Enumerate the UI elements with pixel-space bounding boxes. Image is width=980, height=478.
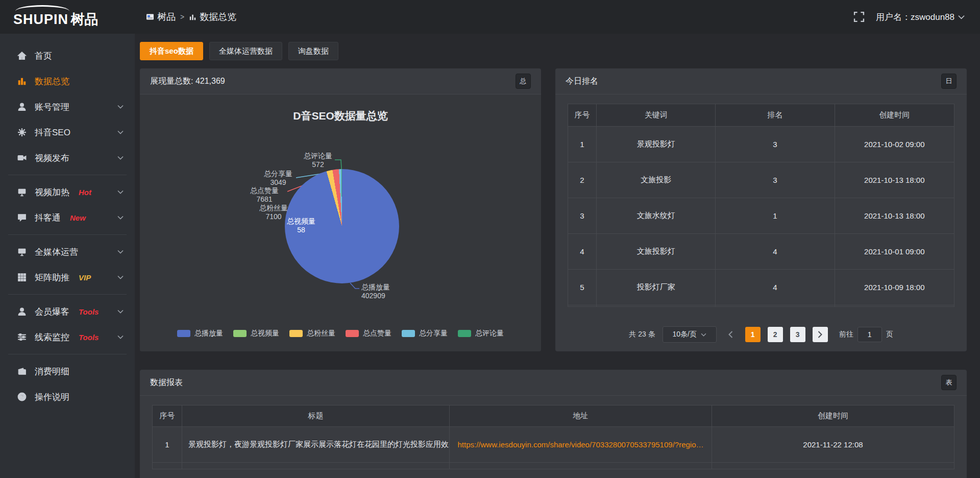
page-button-2[interactable]: 2 <box>768 327 783 342</box>
tab-douyin-seo-data[interactable]: 抖音seo数据 <box>140 42 203 60</box>
legend-item-shares[interactable]: 总分享量 <box>402 329 448 338</box>
sidebar-item-douyin-seo[interactable]: 抖音SEO <box>0 119 135 145</box>
chart-card-header: 展现量总数: 421,369 总 <box>140 68 541 94</box>
home-icon <box>17 51 27 60</box>
table-badge-button[interactable]: 表 <box>941 375 957 390</box>
seo-chart-card: 展现量总数: 421,369 总 D音SEO数据量总览 总评论量 572 <box>140 68 541 351</box>
fullscreen-icon[interactable] <box>853 11 865 22</box>
monitor-icon <box>17 247 27 256</box>
sidebar-item-omni-media[interactable]: 全媒体运营 <box>0 239 135 265</box>
pie-chart-area: D音SEO数据量总览 总评论量 572 总分享量 3049 <box>140 94 541 351</box>
row-index: 1 <box>153 427 182 463</box>
video-link[interactable]: https://www.iesdouyin.com/share/video/70… <box>458 440 704 449</box>
row-keyword: 文旅投影灯 <box>597 234 716 270</box>
video-camera-icon <box>17 153 27 162</box>
chevron-down-icon <box>701 333 706 337</box>
app-logo: SHUPIN 树品 <box>0 5 135 29</box>
hot-badge: Hot <box>79 188 91 197</box>
row-rank: 3 <box>716 162 835 198</box>
row-created: 2021-10-01 09:00 <box>835 234 954 270</box>
ranking-table: 序号 关键词 排名 创建时间 1 景观投影灯 3 2021-10-02 09:0… <box>568 104 954 307</box>
clipped-row-cell <box>450 463 712 469</box>
today-ranking-card: 今日排名 日 序号 关键词 排名 创建时间 1 景观投影灯 3 2021-10-… <box>555 68 967 351</box>
chevron-down-icon <box>117 249 124 255</box>
sidebar-item-label: 线索监控 <box>35 331 69 343</box>
logo-arc <box>15 5 69 11</box>
legend-swatch <box>233 330 247 337</box>
row-created: 2021-11-22 12:08 <box>712 427 954 463</box>
sidebar-item-label: 视频加热 <box>35 186 69 198</box>
prev-page-button[interactable] <box>724 327 738 342</box>
goto-page-input[interactable] <box>857 327 882 342</box>
row-rank: 1 <box>716 198 835 234</box>
row-created: 2021-10-09 18:00 <box>835 270 954 305</box>
goto-suffix: 页 <box>886 330 893 339</box>
legend-item-likes[interactable]: 总点赞量 <box>346 329 391 338</box>
ranking-title: 今日排名 <box>566 76 598 87</box>
row-url: https://www.iesdouyin.com/share/video/70… <box>450 427 712 463</box>
sidebar-item-instructions[interactable]: ? 操作说明 <box>0 384 135 410</box>
legend-item-comments[interactable]: 总评论量 <box>458 329 504 338</box>
tab-inquiry-data[interactable]: 询盘数据 <box>288 42 338 60</box>
pie-label-comments: 总评论量 572 <box>304 152 332 169</box>
next-page-button[interactable] <box>813 327 828 342</box>
sidebar-item-member-burst[interactable]: 会员爆客 Tools <box>0 299 135 324</box>
breadcrumb-current[interactable]: 数据总览 <box>189 11 236 23</box>
chat-bubble-icon <box>17 213 27 222</box>
tools-badge: Tools <box>79 333 99 342</box>
sidebar-item-home[interactable]: 首页 <box>0 43 135 68</box>
page-button-1[interactable]: 1 <box>745 327 761 342</box>
chart-legend: 总播放量 总视频量 总粉丝量 总点赞量 <box>140 329 541 338</box>
sidebar-item-video-heat[interactable]: 视频加热 Hot <box>0 179 135 205</box>
day-badge-button[interactable]: 日 <box>941 74 957 89</box>
legend-swatch <box>402 330 415 337</box>
page-button-3[interactable]: 3 <box>790 327 805 342</box>
clipped-row-cell <box>182 463 450 469</box>
sidebar-item-video-publish[interactable]: 视频发布 <box>0 145 135 171</box>
user-menu[interactable]: 用户名：zswodun88 <box>876 11 965 23</box>
row-index: 1 <box>568 127 597 162</box>
clipped-row-cell <box>716 305 835 307</box>
breadcrumb: 树品 > 数据总览 <box>146 11 236 23</box>
sidebar-item-data-overview[interactable]: 数据总览 <box>0 68 135 94</box>
top-header: SHUPIN 树品 树品 > 数据总览 用户名：zswodun88 <box>0 0 980 34</box>
tab-omni-media-data[interactable]: 全媒体运营数据 <box>209 42 282 60</box>
chevron-down-icon <box>117 334 124 340</box>
sidebar-item-label: 消费明细 <box>35 366 69 377</box>
row-created: 2021-10-02 09:00 <box>835 127 954 162</box>
svg-text:?: ? <box>20 394 24 400</box>
impressions-total-label: 展现量总数: 421,369 <box>150 76 225 87</box>
sidebar-item-matrix-boost[interactable]: 矩阵助推 VIP <box>0 265 135 290</box>
pie-label-likes: 总点赞量 7681 <box>250 186 279 204</box>
chevron-down-icon <box>958 15 965 19</box>
sidebar-item-lead-monitor[interactable]: 线索监控 Tools <box>0 324 135 350</box>
username-label: 用户名：zswodun88 <box>876 11 954 23</box>
legend-item-videos[interactable]: 总视频量 <box>233 329 279 338</box>
legend-item-plays[interactable]: 总播放量 <box>177 329 223 338</box>
logo-text-cn: 树品 <box>70 12 98 27</box>
main-content: 抖音seo数据 全媒体运营数据 询盘数据 展现量总数: 421,369 总 D音… <box>135 34 980 478</box>
chevron-down-icon <box>117 155 124 161</box>
wallet-icon <box>17 367 27 376</box>
breadcrumb-root[interactable]: 树品 <box>146 11 176 23</box>
page-size-select[interactable]: 10条/页 <box>663 326 717 343</box>
column-header: 序号 <box>568 104 597 127</box>
clipped-row-cell <box>568 305 597 307</box>
sidebar-item-label: 会员爆客 <box>35 306 69 318</box>
total-badge-button[interactable]: 总 <box>516 74 531 89</box>
column-header: 创建时间 <box>835 104 954 127</box>
row-index: 3 <box>568 198 597 234</box>
legend-swatch <box>458 330 471 337</box>
row-rank: 4 <box>716 270 835 305</box>
sidebar-item-label: 账号管理 <box>35 101 69 113</box>
legend-item-fans[interactable]: 总粉丝量 <box>289 329 335 338</box>
pie-label-shares: 总分享量 3049 <box>264 170 292 187</box>
column-header: 序号 <box>153 405 182 427</box>
sidebar-item-expense-detail[interactable]: 消费明细 <box>0 358 135 384</box>
clipped-row-cell <box>597 305 716 307</box>
sidebar-item-doutong[interactable]: 抖客通 New <box>0 205 135 230</box>
question-circle-icon: ? <box>17 392 27 401</box>
chevron-right-icon <box>818 331 822 338</box>
sidebar-item-account[interactable]: 账号管理 <box>0 94 135 119</box>
pie-label-plays: 总播放量 402909 <box>361 283 390 300</box>
